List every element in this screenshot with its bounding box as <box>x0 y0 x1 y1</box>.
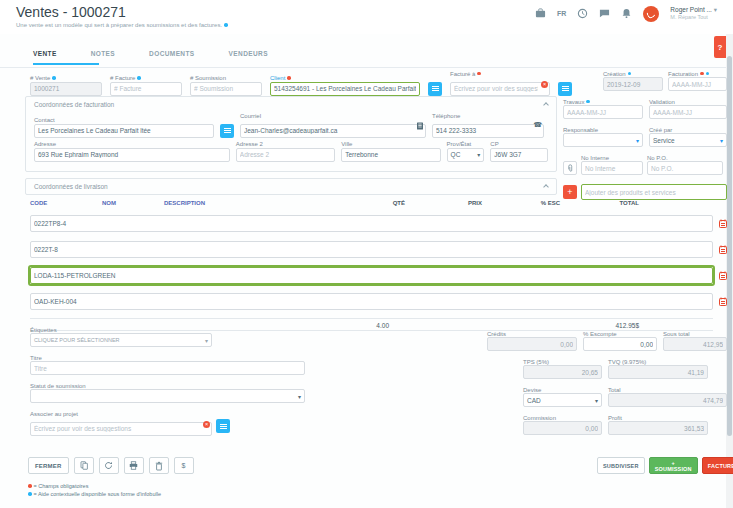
subdiviser-button[interactable]: SUBDIVISER <box>597 457 645 474</box>
refresh-icon-button[interactable] <box>99 457 119 474</box>
titre-field[interactable] <box>30 361 305 375</box>
product-catalog-icon[interactable] <box>718 271 728 280</box>
facture-a-label: Facturé à <box>450 71 475 77</box>
profit-field[interactable] <box>608 421 708 435</box>
code-field[interactable] <box>30 293 713 310</box>
statut-soumission-select[interactable]: ▾ <box>30 389 305 403</box>
tvq-field[interactable] <box>608 365 708 379</box>
caret-down-icon: ▾ <box>714 6 717 13</box>
user-menu[interactable]: Roger Point ... ▾ M. Répare Tout <box>670 6 717 20</box>
adresse-field[interactable] <box>34 148 230 162</box>
header-nom: NOM <box>102 200 159 206</box>
facture-number-field[interactable] <box>110 82 182 96</box>
no-interne-label: No Interne <box>581 155 609 161</box>
ville-field[interactable] <box>341 148 440 162</box>
clear-icon[interactable]: × <box>203 421 210 428</box>
copy-icon-button[interactable] <box>74 457 94 474</box>
escompte-field[interactable] <box>583 337 657 351</box>
code-field[interactable] <box>30 241 713 258</box>
creation-label: Création <box>603 71 626 77</box>
commission-label: Commission <box>523 415 556 421</box>
fermer-button[interactable]: FERMER <box>28 457 69 474</box>
tab-vendeurs[interactable]: VENDEURS <box>229 50 268 57</box>
soumission-button[interactable]: + SOUMISSION <box>649 457 698 474</box>
code-field[interactable] <box>30 267 713 284</box>
tps-field[interactable] <box>523 365 602 379</box>
chat-icon[interactable] <box>599 8 610 19</box>
clear-icon[interactable]: × <box>541 81 548 88</box>
contact-list-button[interactable] <box>220 124 234 138</box>
facture-a-field[interactable] <box>450 82 550 96</box>
caret-down-icon: ▾ <box>477 151 480 158</box>
contacts-book-icon[interactable] <box>416 122 424 130</box>
dollar-icon-button[interactable]: $ <box>174 457 194 474</box>
table-row: - + $ <box>30 215 713 232</box>
creation-date-field[interactable] <box>603 77 663 91</box>
etiquettes-select[interactable]: CLIQUEZ POUR SÉLECTIONNER▾ <box>30 333 212 347</box>
travaux-date-field[interactable] <box>563 105 643 119</box>
adresse2-field[interactable] <box>236 148 335 162</box>
no-po-label: No P.O. <box>647 155 668 161</box>
briefcase-icon[interactable] <box>535 8 546 19</box>
projet-label: Associer au projet <box>30 411 78 417</box>
sous-total-label: Sous total <box>663 331 690 337</box>
tab-documents[interactable]: DOCUMENTS <box>149 50 195 57</box>
cree-par-select[interactable]: Service▾ <box>649 133 727 147</box>
devise-label: Devise <box>523 387 541 393</box>
soumission-number-field[interactable] <box>190 82 262 96</box>
trash-icon-button[interactable] <box>149 457 169 474</box>
collapse-icon[interactable] <box>543 102 549 108</box>
projet-list-button[interactable] <box>216 419 230 433</box>
table-row-selected: - + $ <box>30 267 713 284</box>
courriel-field[interactable] <box>240 124 426 138</box>
soumission-label: # Soumission <box>190 75 226 81</box>
user-role: M. Répare Tout <box>670 14 717 21</box>
tab-vente[interactable]: VENTE <box>33 50 57 57</box>
product-catalog-icon[interactable] <box>718 219 728 228</box>
list-icon <box>220 426 227 427</box>
client-list-button[interactable] <box>428 82 442 96</box>
language-toggle[interactable]: FR <box>557 8 566 19</box>
tab-notes[interactable]: NOTES <box>91 50 115 57</box>
responsable-select[interactable]: ▾ <box>563 133 643 147</box>
no-interne-field[interactable] <box>581 161 643 175</box>
total-label: Total <box>608 387 621 393</box>
facturation-date-field[interactable] <box>668 77 727 91</box>
total-amount-field[interactable] <box>608 393 727 407</box>
add-product-button[interactable]: + <box>563 185 577 199</box>
telephone-field[interactable] <box>432 124 544 138</box>
prov-label: Prov/État <box>447 141 472 147</box>
prov-select[interactable]: QC▾ <box>447 148 485 162</box>
validation-date-field[interactable] <box>649 105 727 119</box>
code-field[interactable] <box>30 215 713 232</box>
caret-down-icon: ▾ <box>720 137 723 144</box>
collapse-icon[interactable] <box>543 184 549 190</box>
sous-total-field[interactable] <box>663 337 727 351</box>
grand-total: 412.95$ <box>565 322 639 329</box>
facturer-button[interactable]: FACTURER <box>702 457 733 474</box>
contact-field[interactable] <box>34 124 214 138</box>
commission-field[interactable] <box>523 421 602 435</box>
help-dot-icon <box>224 23 228 27</box>
print-icon-button[interactable] <box>124 457 144 474</box>
cp-field[interactable] <box>490 148 548 162</box>
caret-down-icon: ▾ <box>298 393 301 400</box>
help-tab-button[interactable]: ? <box>714 36 726 58</box>
bell-icon[interactable] <box>621 8 632 19</box>
devise-select[interactable]: CAD▾ <box>523 393 602 407</box>
client-field[interactable] <box>270 82 420 96</box>
product-catalog-icon[interactable] <box>718 297 728 306</box>
shipping-section: Coordonnées de livraison <box>25 178 557 195</box>
required-dot-icon <box>700 72 704 76</box>
projet-field[interactable] <box>30 422 212 436</box>
attach-icon-button[interactable] <box>563 161 577 175</box>
no-po-field[interactable] <box>647 161 723 175</box>
clock-icon[interactable] <box>577 8 588 19</box>
avatar[interactable] <box>643 6 659 22</box>
courriel-label: Courriel <box>240 113 261 119</box>
credits-label: Crédits <box>487 331 506 337</box>
product-catalog-icon[interactable] <box>718 245 728 254</box>
vente-number-field[interactable] <box>30 82 102 96</box>
tvq-label: TVQ (9.975%) <box>608 359 646 365</box>
credits-field[interactable] <box>487 337 577 351</box>
